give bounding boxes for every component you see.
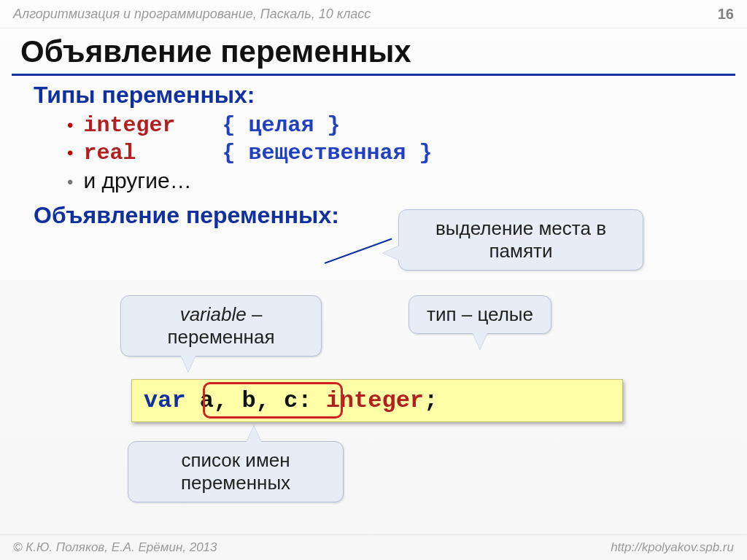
code-keyword: var xyxy=(144,387,186,414)
callout-tail-icon xyxy=(473,333,487,349)
header-bar: Алгоритмизация и программирование, Паска… xyxy=(0,0,747,28)
decl-heading: Объявление переменных: xyxy=(34,202,339,229)
code-semi: ; xyxy=(424,387,438,414)
footer-url: http://kpolyakov.spb.ru xyxy=(611,540,734,555)
content-area: Типы переменных: • integer { целая } • r… xyxy=(0,82,747,229)
types-etc: и другие… xyxy=(83,168,191,193)
bullet-icon: • xyxy=(67,144,73,162)
type-comment: { целая } xyxy=(222,113,340,138)
callout-text: выделение места в памяти xyxy=(436,217,606,262)
callout-text: тип – целые xyxy=(427,303,533,325)
type-keyword: real xyxy=(83,141,222,166)
callout-variable: variable – переменная xyxy=(120,295,322,357)
types-heading: Типы переменных: xyxy=(34,82,724,109)
type-comment: { вещественная } xyxy=(222,141,432,166)
copyright: © К.Ю. Поляков, Е.А. Ерёмин, 2013 xyxy=(13,540,217,555)
callout-tail-icon xyxy=(383,246,399,260)
callout-type: тип – целые xyxy=(409,295,551,334)
title-rule xyxy=(12,74,735,76)
footer-bar: © К.Ю. Поляков, Е.А. Ерёмин, 2013 http:/… xyxy=(0,534,747,560)
type-keyword: integer xyxy=(83,113,222,138)
types-list: • integer { целая } • real { вещественна… xyxy=(23,113,724,193)
callout-memory: выделение места в памяти xyxy=(398,209,643,271)
callout-text-italic: variable xyxy=(180,303,247,325)
bullet-icon: • xyxy=(67,174,73,191)
type-item-etc: • и другие… xyxy=(67,168,724,193)
callout-list: список имен переменных xyxy=(128,441,344,502)
highlight-ring xyxy=(203,382,343,419)
connector-line xyxy=(325,238,392,264)
course-label: Алгоритмизация и программирование, Паска… xyxy=(13,7,371,22)
callout-text: список имен переменных xyxy=(181,449,290,494)
bullet-icon: • xyxy=(67,117,73,134)
type-item-integer: • integer { целая } xyxy=(67,113,724,138)
callout-tail-icon xyxy=(181,356,196,372)
page-number: 16 xyxy=(718,6,734,23)
callout-tail-icon xyxy=(247,426,261,442)
slide-title: Объявление переменных xyxy=(0,28,747,74)
type-item-real: • real { вещественная } xyxy=(67,141,724,166)
